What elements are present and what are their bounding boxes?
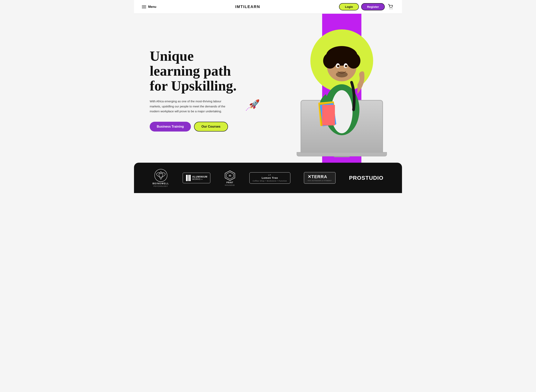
menu-button[interactable]: Menu: [142, 5, 156, 9]
rocket-decoration: 🚀: [249, 100, 260, 109]
beingwell-logo-icon: [154, 168, 168, 182]
laptop-base: [297, 152, 387, 156]
xterra-box: ✕TERRA 4X4 OUTDOOR & FITMENT: [304, 172, 336, 184]
navbar: Menu IMTILEARN Login Register: [134, 0, 402, 14]
beingwell-sub: PSYCHOLOGY: [154, 185, 168, 187]
student-figure: [308, 35, 375, 141]
svg-text:3D: 3D: [228, 175, 231, 177]
xterra-sub: 4X4 OUTDOOR & FITMENT: [308, 180, 332, 182]
lemontree-name: Lemon Tree: [262, 176, 278, 179]
partner-xterra: ✕TERRA 4X4 OUTDOOR & FITMENT: [304, 172, 336, 184]
hero-section: Unique learning path for Upskilling. 🚀 W…: [134, 14, 402, 163]
partner-lemontree: LT Lemon Tree Coffee Shop • Bookstore • …: [249, 172, 290, 184]
hero-buttons: Business Training Our Courses: [150, 122, 270, 131]
svg-point-10: [334, 47, 350, 59]
nav-actions: Login Register: [339, 3, 394, 10]
svg-point-14: [345, 65, 347, 67]
login-button[interactable]: Login: [339, 3, 359, 10]
business-training-button[interactable]: Business Training: [150, 122, 191, 131]
lemontree-box: LT Lemon Tree Coffee Shop • Bookstore • …: [249, 172, 290, 184]
hero-right: [281, 14, 402, 163]
svg-rect-23: [189, 175, 191, 181]
svg-point-20: [155, 169, 167, 182]
svg-rect-19: [322, 105, 335, 126]
partner-prostudio: PROSTUDIO: [349, 175, 383, 181]
partners-bar: BEINGWELL PSYCHOLOGY ALUMINIUM WORKS » 3…: [134, 163, 402, 193]
svg-rect-22: [188, 175, 189, 181]
print3d-logo-icon: 3D: [224, 170, 236, 182]
svg-point-15: [336, 71, 348, 77]
aluminium-name: ALUMINIUM: [192, 175, 208, 178]
hamburger-icon: [142, 5, 146, 8]
aluminium-sub: WORKS »: [192, 178, 208, 180]
aluminium-box: ALUMINIUM WORKS »: [183, 173, 210, 183]
print3d-sub: HOUSE3D: [225, 184, 235, 186]
lemontree-lt: LT: [268, 174, 271, 176]
partner-aluminium: ALUMINIUM WORKS »: [183, 173, 210, 183]
hero-visual: [295, 23, 389, 161]
register-button[interactable]: Register: [361, 3, 385, 10]
laptop-trackpad: [334, 156, 350, 157]
svg-point-13: [337, 65, 339, 67]
site-logo: IMTILEARN: [235, 5, 260, 9]
hero-left: Unique learning path for Upskilling. 🚀 W…: [134, 14, 281, 163]
beingwell-name: BEINGWELL: [153, 182, 169, 185]
hero-subtitle: With Africa emerging as one of the most-…: [150, 99, 228, 114]
partner-print3d: 3D PRINT HOUSE3D: [224, 170, 236, 186]
print3d-name: PRINT: [226, 182, 233, 184]
prostudio-name: PROSTUDIO: [349, 175, 383, 181]
hero-image-area: [281, 23, 402, 163]
curve-decoration: [245, 104, 257, 112]
svg-point-1: [392, 9, 392, 9]
aluminium-logo-icon: [186, 174, 191, 182]
svg-point-0: [390, 9, 390, 9]
cart-button[interactable]: [387, 3, 394, 10]
hero-title: Unique learning path for Upskilling. 🚀: [150, 49, 270, 93]
xterra-name: ✕TERRA: [308, 174, 327, 179]
our-courses-button[interactable]: Our Courses: [194, 122, 228, 131]
svg-rect-21: [186, 175, 188, 181]
lemontree-sub: Coffee Shop • Bookstore • Function: [253, 180, 287, 182]
menu-label: Menu: [148, 5, 156, 9]
partner-beingwell: BEINGWELL PSYCHOLOGY: [153, 168, 169, 187]
